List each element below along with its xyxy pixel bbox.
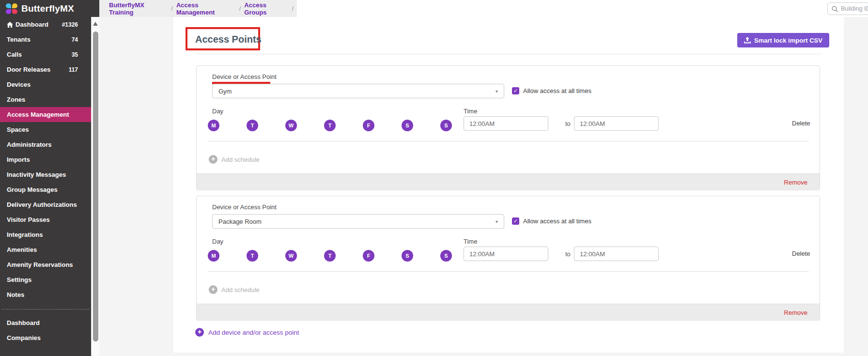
sidebar-item-imports[interactable]: Imports	[0, 152, 91, 167]
time-from-input[interactable]	[464, 116, 548, 131]
time-label: Time	[464, 238, 477, 245]
device-field-label: Device or Access Point	[212, 73, 277, 80]
sidebar-item-devices[interactable]: Devices	[0, 77, 91, 92]
sidebar-item-access-management[interactable]: Access Management	[0, 107, 91, 122]
day-toggle-saturday[interactable]: S	[402, 250, 413, 262]
upload-icon	[744, 37, 751, 44]
add-device-link[interactable]: + Add device and/or access point	[195, 328, 299, 337]
smart-lock-import-csv-button[interactable]: Smart lock import CSV	[737, 33, 829, 47]
breadcrumb-separator: /	[239, 5, 241, 12]
sidebar-scrollbar[interactable]	[91, 17, 99, 356]
allow-access-checkbox[interactable]: ✓	[512, 217, 519, 225]
search-icon	[832, 6, 838, 12]
remove-card-link[interactable]: Remove	[784, 179, 807, 186]
device-select[interactable]: Gym ▾	[212, 84, 504, 98]
day-toggle-friday[interactable]: F	[363, 120, 374, 131]
allow-access-checkbox[interactable]: ✓	[512, 87, 519, 94]
card-divider	[208, 271, 809, 272]
badge-tenants-count: 74	[72, 36, 78, 43]
access-point-card: Device or Access Point Package Room ▾ ✓ …	[196, 196, 820, 321]
add-schedule-link[interactable]: + Add schedule	[209, 285, 260, 294]
badge-building-number: #1326	[62, 21, 78, 28]
top-header: ButterflyMX ButterflyMX Training / Acces…	[0, 0, 868, 17]
sidebar-item-inactivity-messages[interactable]: Inactivity Messages	[0, 167, 91, 182]
remove-card-link[interactable]: Remove	[784, 309, 807, 316]
main-content: Access Points Smart lock import CSV Devi…	[173, 17, 844, 353]
day-toggle-friday[interactable]: F	[363, 250, 374, 262]
day-toggle-sunday[interactable]: S	[440, 120, 452, 131]
logo-text: ButterflyMX	[21, 3, 74, 14]
chevron-down-icon: ▾	[496, 89, 498, 94]
device-select[interactable]: Package Room ▾	[212, 214, 504, 229]
sidebar-item-spaces[interactable]: Spaces	[0, 122, 91, 137]
badge-door-releases-count: 117	[69, 66, 78, 73]
sidebar-item-calls[interactable]: Calls 35	[0, 47, 91, 62]
day-toggle-wednesday[interactable]: W	[285, 120, 297, 131]
device-field-label: Device or Access Point	[212, 203, 277, 211]
sidebar-item-delivery-authorizations[interactable]: Delivery Authorizations	[0, 197, 91, 212]
sidebar-item-amenity-reservations[interactable]: Amenity Reservations	[0, 257, 91, 272]
badge-calls-count: 35	[72, 51, 78, 58]
scroll-up-arrow-icon[interactable]	[93, 22, 98, 26]
time-label: Time	[464, 108, 477, 115]
scrollbar-thumb[interactable]	[93, 31, 98, 341]
sidebar-item-settings[interactable]: Settings	[0, 272, 91, 287]
page-title: Access Points	[195, 34, 262, 45]
sidebar-divider	[2, 309, 89, 310]
home-icon	[7, 22, 13, 28]
day-label: Day	[212, 238, 223, 245]
day-toggle-sunday[interactable]: S	[440, 250, 452, 262]
card-divider	[208, 141, 809, 141]
time-from-input[interactable]	[464, 247, 548, 261]
day-toggle-monday[interactable]: M	[208, 120, 219, 131]
plus-circle-icon: +	[195, 328, 204, 337]
breadcrumb-link-building[interactable]: ButterflyMX Training	[109, 1, 168, 16]
sidebar-item-companies[interactable]: Companies	[0, 330, 91, 345]
allow-access-label: Allow access at all times	[523, 87, 591, 94]
plus-circle-icon: +	[209, 155, 217, 164]
day-toggle-monday[interactable]: M	[208, 250, 219, 262]
sidebar-item-door-releases[interactable]: Door Releases 117	[0, 62, 91, 77]
sidebar-nav: Dashboard #1326 Tenants 74 Calls 35 Door…	[0, 17, 91, 356]
search-input[interactable]	[841, 5, 868, 12]
time-to-input[interactable]	[574, 247, 659, 261]
access-point-card: Device or Access Point Gym ▾ ✓ Allow acc…	[196, 65, 820, 190]
breadcrumb-separator: /	[171, 5, 173, 12]
breadcrumb-link-access-groups[interactable]: Access Groups	[244, 1, 288, 16]
sidebar-item-notes[interactable]: Notes	[0, 287, 91, 302]
day-label: Day	[212, 108, 223, 115]
sidebar-item-integrations[interactable]: Integrations	[0, 227, 91, 242]
chevron-down-icon: ▾	[496, 219, 498, 224]
sidebar-item-amenities[interactable]: Amenities	[0, 242, 91, 257]
sidebar-item-group-messages[interactable]: Group Messages	[0, 182, 91, 197]
building-search[interactable]	[827, 2, 868, 15]
day-toggle-tuesday[interactable]: T	[247, 250, 258, 262]
day-toggle-thursday[interactable]: T	[324, 120, 336, 131]
butterfly-logo-icon	[6, 3, 17, 14]
card-footer: Remove	[197, 304, 820, 321]
sidebar-item-tenants[interactable]: Tenants 74	[0, 32, 91, 47]
allow-access-label: Allow access at all times	[523, 217, 591, 225]
day-toggle-saturday[interactable]: S	[402, 120, 413, 131]
logo-block[interactable]: ButterflyMX	[0, 0, 99, 17]
breadcrumb-separator: /	[292, 5, 294, 12]
day-toggle-thursday[interactable]: T	[324, 250, 336, 262]
title-divider	[195, 54, 822, 54]
delete-schedule-link[interactable]: Delete	[792, 120, 810, 127]
breadcrumb: ButterflyMX Training / Access Management…	[99, 0, 297, 17]
to-label: to	[565, 120, 571, 127]
day-toggle-tuesday[interactable]: T	[247, 120, 258, 131]
day-toggle-wednesday[interactable]: W	[285, 250, 297, 262]
to-label: to	[565, 250, 571, 258]
add-schedule-link[interactable]: + Add schedule	[209, 155, 260, 164]
sidebar-item-administrators[interactable]: Administrators	[0, 137, 91, 152]
breadcrumb-link-access-management[interactable]: Access Management	[176, 1, 236, 16]
time-to-input[interactable]	[574, 116, 659, 131]
sidebar-item-dashboard[interactable]: Dashboard #1326	[0, 17, 91, 32]
delete-schedule-link[interactable]: Delete	[792, 250, 810, 257]
sidebar-item-visitor-passes[interactable]: Visitor Passes	[0, 212, 91, 227]
sidebar-item-company-dashboard[interactable]: Dashboard	[0, 315, 91, 330]
card-footer: Remove	[197, 173, 820, 190]
plus-circle-icon: +	[209, 285, 217, 294]
sidebar-item-zones[interactable]: Zones	[0, 92, 91, 107]
